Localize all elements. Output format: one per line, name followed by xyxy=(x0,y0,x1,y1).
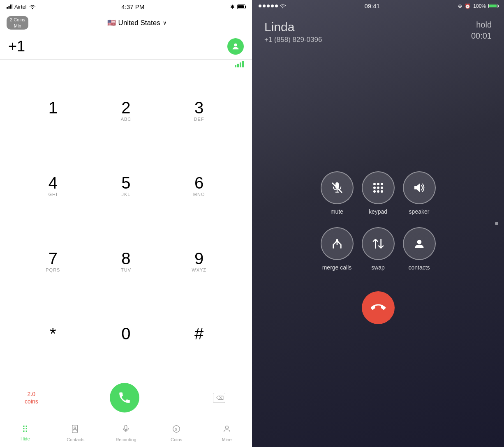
dial-key-2[interactable]: 2 ABC xyxy=(90,73,163,149)
nav-label-contacts: Contacts xyxy=(67,437,84,442)
battery-icon xyxy=(488,4,497,8)
dial-key-0[interactable]: 0 xyxy=(90,300,163,375)
svg-point-28 xyxy=(377,190,379,193)
bottom-nav: ⠿ Hide Contacts Recor xyxy=(0,421,252,447)
svg-point-15 xyxy=(225,426,228,429)
right-status-bar: 09:41 ⊕ ⏰ 100% xyxy=(252,0,504,12)
dial-key-hash[interactable]: # xyxy=(162,300,236,375)
svg-point-9 xyxy=(74,427,76,429)
svg-point-29 xyxy=(381,190,383,193)
phone-number-display: +1 xyxy=(8,38,25,55)
svg-point-23 xyxy=(381,183,383,185)
bluetooth-icon: ✱ xyxy=(230,4,235,10)
svg-point-31 xyxy=(417,240,421,244)
nav-item-contacts[interactable]: Contacts xyxy=(51,424,101,442)
swap-icon xyxy=(372,237,385,250)
left-panel: Airtel 4:37 PM ✱ 2 Coins Min xyxy=(0,0,252,447)
nav-label-coins: Coins xyxy=(171,437,182,442)
country-selector[interactable]: 🇺🇸 United States ∨ xyxy=(28,15,245,30)
dial-key-1[interactable]: 1 xyxy=(16,73,90,149)
battery-percent: 100% xyxy=(473,3,486,9)
dialpad-actions: 2.0 coins ⌫ xyxy=(0,379,252,421)
mute-button[interactable]: mute xyxy=(321,171,354,215)
right-status-left xyxy=(259,4,286,9)
dial-key-7[interactable]: 7 PQRS xyxy=(16,224,90,300)
contacts-call-button[interactable]: contacts xyxy=(403,227,436,271)
recording-icon xyxy=(121,424,130,436)
scroll-indicator xyxy=(495,222,498,225)
coins-line2: Min xyxy=(10,23,25,29)
keypad-label: keypad xyxy=(369,208,387,215)
mute-label: mute xyxy=(331,208,343,215)
dial-key-6[interactable]: 6 MNO xyxy=(162,149,236,224)
nav-item-hide[interactable]: ⠿ Hide xyxy=(0,424,51,442)
nav-item-recording[interactable]: Recording xyxy=(101,424,151,442)
chevron-down-icon: ∨ xyxy=(163,20,167,26)
merge-calls-label: merge calls xyxy=(322,264,352,271)
swap-circle xyxy=(362,227,395,260)
swap-label: swap xyxy=(371,264,385,271)
phone-icon xyxy=(118,391,132,405)
flag-icon: 🇺🇸 xyxy=(107,18,116,27)
svg-point-26 xyxy=(381,187,383,189)
nav-item-mine[interactable]: Mine xyxy=(201,424,252,442)
caller-info: Linda +1 (858) 829-0396 hold 00:01 xyxy=(252,12,504,48)
svg-point-22 xyxy=(377,183,379,185)
dial-key-8[interactable]: 8 TUV xyxy=(90,224,163,300)
merge-calls-button[interactable]: merge calls xyxy=(321,227,354,271)
speaker-button[interactable]: speaker xyxy=(403,171,436,215)
right-status-right: ⊕ ⏰ 100% xyxy=(458,3,497,9)
dial-key-4[interactable]: 4 GHI xyxy=(16,149,90,224)
time-left: 4:37 PM xyxy=(121,3,144,10)
svg-rect-1 xyxy=(9,6,10,9)
caller-status: hold xyxy=(471,20,492,30)
dial-key-5[interactable]: 5 JKL xyxy=(90,149,163,224)
end-call-button[interactable] xyxy=(362,291,395,324)
left-status-bar: Airtel 4:37 PM ✱ xyxy=(0,0,252,14)
keypad-circle xyxy=(362,171,395,204)
coins-amount: 2.0 xyxy=(25,390,38,398)
svg-point-21 xyxy=(373,183,376,185)
coins-badge: 2 Coins Min xyxy=(7,16,28,30)
end-call-icon xyxy=(371,300,386,315)
svg-point-27 xyxy=(373,190,376,193)
left-status-left: Airtel xyxy=(7,4,36,10)
dialpad: 1 2 ABC 3 DEF 4 GHI 5 JKL 6 MNO 7 PQRS 8 xyxy=(0,69,252,379)
hide-icon: ⠿ xyxy=(22,424,28,435)
contact-icon-button[interactable] xyxy=(227,38,244,55)
merge-calls-icon xyxy=(331,237,344,250)
keypad-icon xyxy=(372,182,384,194)
signal-bar-area xyxy=(0,60,252,69)
svg-point-24 xyxy=(373,187,376,189)
dial-key-star[interactable]: * xyxy=(16,300,90,375)
person-icon xyxy=(231,42,240,51)
nav-label-hide: Hide xyxy=(21,436,30,441)
caller-name: Linda xyxy=(264,20,322,34)
nav-item-coins[interactable]: $ Coins xyxy=(151,424,202,442)
location-icon: ⊕ xyxy=(458,3,462,9)
contacts-call-icon xyxy=(413,237,426,250)
caller-number: +1 (858) 829-0396 xyxy=(264,36,322,44)
mute-circle xyxy=(321,171,354,204)
wifi-icon-right xyxy=(280,4,286,9)
left-status-right: ✱ xyxy=(230,4,245,10)
backspace-button[interactable]: ⌫ xyxy=(211,389,227,406)
call-duration: 00:01 xyxy=(471,31,492,41)
coins-cost-label: 2.0 coins xyxy=(25,390,38,405)
svg-rect-3 xyxy=(12,4,14,9)
caller-right: hold 00:01 xyxy=(471,20,492,41)
coins-line1: 2 Coins xyxy=(10,17,25,23)
dial-key-9[interactable]: 9 WXYZ xyxy=(162,224,236,300)
contacts-call-label: contacts xyxy=(408,264,430,271)
mute-icon xyxy=(331,181,344,194)
dial-key-3[interactable]: 3 DEF xyxy=(162,73,236,149)
signal-icon xyxy=(7,4,13,9)
svg-rect-2 xyxy=(10,5,12,9)
phone-input-area: +1 xyxy=(0,34,252,60)
alarm-icon: ⏰ xyxy=(465,3,471,9)
speaker-circle xyxy=(403,171,436,204)
svg-text:⌫: ⌫ xyxy=(216,395,224,401)
call-button[interactable] xyxy=(110,383,139,412)
swap-button[interactable]: swap xyxy=(362,227,395,271)
keypad-button[interactable]: keypad xyxy=(362,171,395,215)
